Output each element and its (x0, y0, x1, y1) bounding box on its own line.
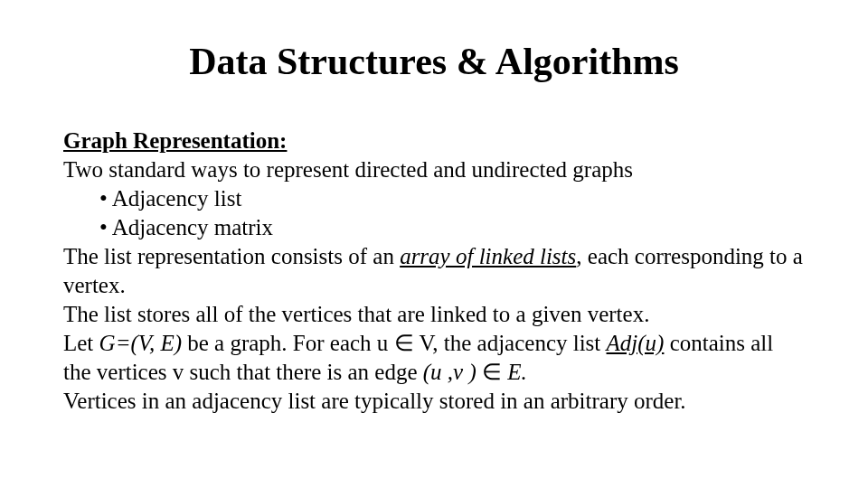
text: V, the adjacency list (414, 331, 607, 355)
bullet-text: Adjacency matrix (112, 215, 273, 239)
section-heading: Graph Representation: (63, 128, 287, 153)
text: The list representation consists of an (63, 244, 400, 268)
slide-body: Graph Representation: Two standard ways … (63, 127, 805, 416)
text: Let (63, 331, 99, 355)
bullet-list: • Adjacency list • Adjacency matrix (99, 184, 805, 242)
emphasis-text: array of linked lists (400, 244, 576, 268)
element-of-symbol: ∈ (394, 331, 414, 355)
bullet-item: • Adjacency matrix (99, 213, 805, 242)
emphasis-text: Adj(u) (607, 331, 665, 355)
element-of-symbol: ∈ (482, 360, 502, 384)
paragraph: The list stores all of the vertices that… (63, 300, 805, 329)
emphasis-text: (u ,v ) (423, 360, 476, 384)
text: be a graph. For each u (182, 331, 394, 355)
slide-title: Data Structures & Algorithms (0, 40, 868, 83)
paragraph: Let G=(V, E) be a graph. For each u ∈ V,… (63, 329, 805, 387)
bullet-item: • Adjacency list (99, 184, 805, 213)
bullet-text: Adjacency list (112, 186, 242, 211)
slide: Data Structures & Algorithms Graph Repre… (0, 0, 868, 488)
emphasis-text: G=(V, E) (99, 331, 182, 355)
paragraph: The list representation consists of an a… (63, 242, 805, 300)
paragraph: Vertices in an adjacency list are typica… (63, 387, 805, 416)
emphasis-text: E. (507, 360, 527, 384)
intro-text: Two standard ways to represent directed … (63, 155, 805, 184)
